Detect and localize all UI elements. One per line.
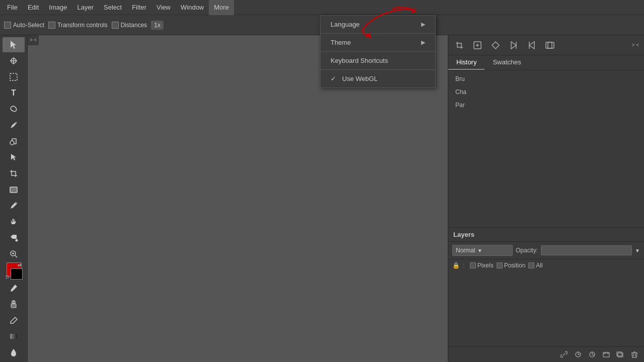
layers-bottom-bar [448,346,644,362]
menu-select[interactable]: Select [99,0,127,15]
svg-point-4 [10,141,14,145]
tool-text[interactable]: T [3,85,25,101]
tool-hand[interactable] [3,214,25,229]
zoom-level[interactable]: 1x [151,21,164,30]
blend-mode-arrow: ▼ [477,248,482,253]
transform-icon[interactable] [488,37,504,53]
tool-brush[interactable] [3,281,25,296]
history-area: Bru Cha Par [448,70,644,227]
new-layer-icon[interactable] [615,349,626,360]
svg-rect-19 [546,42,552,48]
menu-window[interactable]: Window [176,0,209,15]
resize-icon[interactable] [469,37,486,53]
menu-view[interactable]: View [151,0,176,15]
tool-eyedropper[interactable] [3,198,25,213]
tool-eraser[interactable] [3,313,25,328]
flip-icon[interactable] [506,37,522,53]
canvas-collapse-btn[interactable]: > < [28,35,39,45]
crop-icon[interactable] [451,37,467,53]
lock-all-checkbox[interactable] [528,262,534,268]
auto-select-label: Auto-Select [13,22,44,29]
svg-point-7 [16,239,18,241]
lock-pixels-checkbox[interactable] [470,262,476,268]
menu-file[interactable]: File [2,0,23,15]
lock-all-option[interactable]: All [528,262,542,269]
tool-gradient[interactable] [3,329,25,344]
use-webgl-label: Use WebGL [342,75,378,82]
tool-fill[interactable] [3,230,25,245]
tool-select[interactable] [3,37,25,52]
menu-layer[interactable]: Layer [72,0,99,15]
svg-rect-12 [11,304,16,308]
effects-icon[interactable] [573,349,584,360]
dropdown-item-use-webgl[interactable]: ✓ Use WebGL [320,70,435,87]
link-layers-icon[interactable] [558,349,570,360]
blend-mode-value: Normal [456,247,475,254]
svg-rect-3 [10,73,17,80]
tab-swatches[interactable]: Swatches [485,55,529,70]
menu-edit[interactable]: Edit [23,0,44,15]
new-group-icon[interactable] [601,349,612,360]
main-layout: T [0,35,644,362]
lock-position-option[interactable]: Position [497,262,526,269]
history-item-0[interactable]: Bru [450,72,642,85]
dropdown-item-keyboard-shortcuts[interactable]: Keyboard Shortcuts [320,52,435,69]
layers-header: Layers [448,228,644,242]
svg-rect-20 [548,42,554,48]
lock-position-checkbox[interactable] [497,262,503,268]
right-panel-collapse[interactable]: > < [630,40,641,50]
distances-checkbox[interactable] [112,22,119,29]
tool-move[interactable] [3,53,25,68]
auto-select-checkbox[interactable] [4,22,11,29]
reset-colors-icon[interactable]: D [6,275,9,280]
layers-area [448,271,644,346]
keyboard-shortcuts-label: Keyboard Shortcuts [331,57,388,64]
menu-image[interactable]: Image [44,0,72,15]
tool-clone-stamp[interactable] [3,297,25,312]
use-webgl-checkmark: ✓ [331,75,336,82]
more-dropdown-menu: Language ▶ Theme ▶ Keyboard Shortcuts ✓ … [320,35,436,88]
adjustments-icon[interactable] [587,349,598,360]
tool-zoom[interactable] [3,246,25,261]
dropdown-item-theme[interactable]: Theme ▶ [320,35,435,51]
layers-section: Layers Normal ▼ Opacity: ▼ 🔒 : Pixels [448,227,644,362]
tab-history[interactable]: History [448,55,485,70]
transform-controls-label: Transform controls [57,22,108,29]
tool-path-select[interactable] [3,150,25,165]
history-item-1[interactable]: Cha [450,85,642,99]
tool-pen[interactable] [3,118,25,133]
svg-line-9 [15,255,17,257]
layers-controls: Normal ▼ Opacity: ▼ [448,242,644,259]
transform-controls-checkbox[interactable] [48,22,55,29]
color-swatch-area[interactable]: ⇄ D [3,262,25,280]
flip2-icon[interactable] [524,37,540,53]
background-color[interactable] [11,268,23,280]
menu-more[interactable]: More [209,0,234,15]
canvas-area: > < Language ▶ Theme ▶ Keyboard Shortcut… [28,35,448,362]
tool-shape[interactable] [3,182,25,197]
auto-select-control[interactable]: Auto-Select [4,22,44,29]
distances-control[interactable]: Distances [112,22,147,29]
history-item-2[interactable]: Par [450,99,642,112]
tool-crop[interactable] [3,166,25,181]
tool-clone[interactable] [3,134,25,149]
canvas-size-icon[interactable] [542,37,558,53]
transform-controls-control[interactable]: Transform controls [48,22,108,29]
distances-label: Distances [121,22,147,29]
delete-layer-icon[interactable] [629,349,640,360]
menu-bar: File Edit Image Layer Select Filter View… [0,0,644,15]
lock-pixels-option[interactable]: Pixels [470,262,494,269]
tool-water[interactable] [3,345,25,360]
swap-colors-icon[interactable]: ⇄ [18,262,22,267]
lock-all-label: All [536,262,542,269]
right-panel: > < History Swatches Bru Cha Par Layers … [448,35,644,362]
tool-lasso[interactable] [3,102,25,117]
theme-label: Theme [331,39,351,46]
tool-marquee[interactable] [3,69,25,84]
menu-filter[interactable]: Filter [127,0,151,15]
blend-mode-select[interactable]: Normal ▼ [452,245,513,256]
opacity-dropdown-arrow[interactable]: ▼ [635,248,640,253]
lock-pixels-label: Pixels [477,262,494,269]
lock-position-label: Position [504,262,526,269]
opacity-slider[interactable] [541,245,632,255]
